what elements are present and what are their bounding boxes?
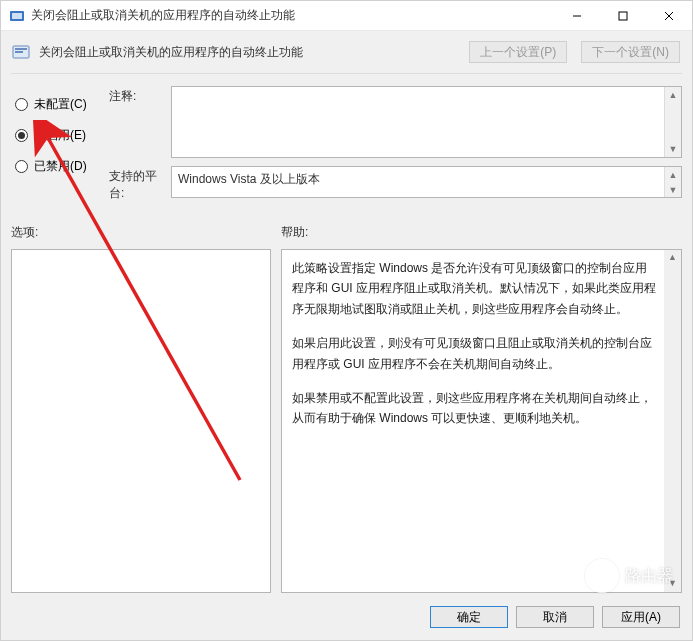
main-area: 未配置(C) 已启用(E) 已禁用(D) 注释: ▲ ▼ [1,78,692,210]
dialog-window: 关闭会阻止或取消关机的应用程序的自动终止功能 关闭会阻止或取消关机的应用程序的自… [0,0,693,641]
radio-not-configured[interactable]: 未配置(C) [15,96,101,113]
radio-group: 未配置(C) 已启用(E) 已禁用(D) [11,82,101,210]
chevron-down-icon[interactable]: ▼ [664,576,681,592]
options-label: 选项: [11,224,281,241]
close-button[interactable] [646,1,692,31]
radio-icon [15,98,28,111]
notes-row: 注释: ▲ ▼ [109,86,682,158]
chevron-down-icon[interactable]: ▼ [665,182,681,197]
next-setting-button[interactable]: 下一个设置(N) [581,41,680,63]
help-panel: 此策略设置指定 Windows 是否允许没有可见顶级窗口的控制台应用程序和 GU… [281,249,682,593]
scrollbar[interactable]: ▲ ▼ [664,250,681,592]
platform-row: 支持的平台: Windows Vista 及以上版本 ▲ ▼ [109,166,682,202]
section-headers: 选项: 帮助: [1,210,692,243]
svg-rect-8 [15,51,23,53]
help-paragraph: 此策略设置指定 Windows 是否允许没有可见顶级窗口的控制台应用程序和 GU… [292,258,659,319]
panels: 此策略设置指定 Windows 是否允许没有可见顶级窗口的控制台应用程序和 GU… [1,243,692,596]
window-title: 关闭会阻止或取消关机的应用程序的自动终止功能 [31,7,554,24]
chevron-up-icon[interactable]: ▲ [664,250,681,266]
radio-label: 已禁用(D) [34,158,87,175]
apply-button[interactable]: 应用(A) [602,606,680,628]
divider [11,73,682,74]
scrollbar[interactable]: ▲ ▼ [664,167,681,197]
svg-rect-3 [619,12,627,20]
minimize-button[interactable] [554,1,600,31]
ok-button[interactable]: 确定 [430,606,508,628]
platform-value: Windows Vista 及以上版本 [178,171,320,188]
platform-textbox: Windows Vista 及以上版本 ▲ ▼ [171,166,682,198]
radio-enabled[interactable]: 已启用(E) [15,127,101,144]
cancel-button[interactable]: 取消 [516,606,594,628]
chevron-down-icon[interactable]: ▼ [665,141,681,157]
radio-label: 未配置(C) [34,96,87,113]
chevron-up-icon[interactable]: ▲ [665,87,681,103]
radio-icon [15,160,28,173]
notes-textbox[interactable]: ▲ ▼ [171,86,682,158]
radio-label: 已启用(E) [34,127,86,144]
window-controls [554,1,692,30]
svg-rect-1 [12,13,22,19]
svg-rect-7 [15,48,27,50]
fields-area: 注释: ▲ ▼ 支持的平台: Windows Vista 及以上版本 ▲ ▼ [109,82,682,210]
prev-setting-button[interactable]: 上一个设置(P) [469,41,567,63]
radio-disabled[interactable]: 已禁用(D) [15,158,101,175]
chevron-up-icon[interactable]: ▲ [665,167,681,182]
help-label: 帮助: [281,224,308,241]
maximize-button[interactable] [600,1,646,31]
options-panel [11,249,271,593]
app-icon [9,8,25,24]
platform-label: 支持的平台: [109,166,171,202]
radio-icon [15,129,28,142]
subheader: 关闭会阻止或取消关机的应用程序的自动终止功能 上一个设置(P) 下一个设置(N) [1,31,692,73]
help-paragraph: 如果禁用或不配置此设置，则这些应用程序将在关机期间自动终止，从而有助于确保 Wi… [292,388,659,429]
setting-title: 关闭会阻止或取消关机的应用程序的自动终止功能 [39,44,455,61]
footer: 确定 取消 应用(A) [1,596,692,640]
setting-icon [11,42,31,62]
scrollbar[interactable]: ▲ ▼ [664,87,681,157]
notes-label: 注释: [109,86,171,105]
titlebar: 关闭会阻止或取消关机的应用程序的自动终止功能 [1,1,692,31]
help-paragraph: 如果启用此设置，则没有可见顶级窗口且阻止或取消关机的控制台应用程序或 GUI 应… [292,333,659,374]
